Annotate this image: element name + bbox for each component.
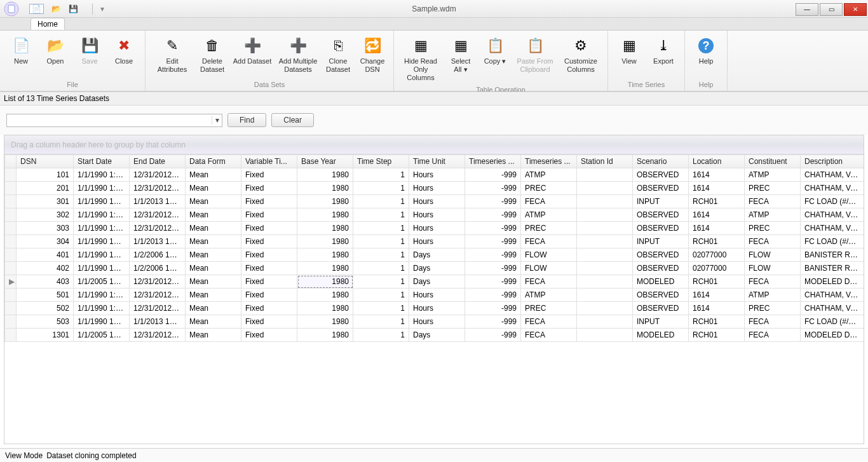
cell-tstep[interactable]: 1	[353, 289, 409, 302]
cell-con[interactable]: FLOW	[745, 262, 801, 275]
cell-vart[interactable]: Fixed	[241, 208, 297, 222]
cell-base[interactable]: 1980	[297, 262, 353, 275]
cell-dsn[interactable]: 302	[17, 208, 74, 222]
cell-dsn[interactable]: 401	[17, 248, 74, 262]
cell-end[interactable]: 1/1/2013 12:0...	[130, 195, 186, 208]
cell-start[interactable]: 1/1/2005 12:0...	[74, 329, 130, 342]
cell-desc[interactable]: CHATHAM, VA ...	[801, 208, 864, 222]
cell-tstep[interactable]: 1	[353, 248, 409, 262]
cell-form[interactable]: Mean	[186, 302, 241, 315]
cell-con[interactable]: FLOW	[745, 248, 801, 262]
qat-open-icon[interactable]: 📂	[51, 4, 61, 13]
cell-scen[interactable]: INPUT	[633, 195, 689, 208]
cell-stn[interactable]	[577, 208, 633, 222]
cell-start[interactable]: 1/1/1990 12:0...	[74, 262, 130, 275]
cell-form[interactable]: Mean	[186, 195, 241, 208]
cell-dsn[interactable]: 304	[17, 235, 74, 248]
cell-scen[interactable]: OBSERVED	[633, 262, 689, 275]
cell-form[interactable]: Mean	[186, 275, 241, 289]
table-row[interactable]: 3021/1/1990 1:00...12/31/2012 1...MeanFi…	[5, 208, 864, 222]
cell-dsn[interactable]: 403	[17, 275, 74, 289]
cell-ts2[interactable]: PREC	[521, 302, 577, 315]
cell-vart[interactable]: Fixed	[241, 329, 297, 342]
clone-dataset-button[interactable]: ⎘CloneDataset	[322, 33, 354, 76]
cell-vart[interactable]: Fixed	[241, 248, 297, 262]
table-row[interactable]: 13011/1/2005 12:0...12/31/2012 1...MeanF…	[5, 329, 864, 342]
table-row[interactable]: 3041/1/1990 12:0...1/1/2013 12:0...MeanF…	[5, 235, 864, 248]
cell-vart[interactable]: Fixed	[241, 222, 297, 235]
cell-start[interactable]: 1/1/1990 12:0...	[74, 235, 130, 248]
cell-loc[interactable]: 1614	[689, 168, 745, 182]
cell-tstep[interactable]: 1	[353, 315, 409, 329]
cell-end[interactable]: 1/1/2013 12:0...	[130, 315, 186, 329]
cell-base[interactable]: 1980	[297, 235, 353, 248]
cell-dsn[interactable]: 502	[17, 302, 74, 315]
close-window-button[interactable]: ✕	[844, 3, 867, 16]
cell-stn[interactable]	[577, 182, 633, 195]
cell-start[interactable]: 1/1/1990 1:00...	[74, 289, 130, 302]
cell-loc[interactable]: 02077000	[689, 262, 745, 275]
cell-scen[interactable]: INPUT	[633, 235, 689, 248]
cell-con[interactable]: FECA	[745, 275, 801, 289]
cell-loc[interactable]: RCH01	[689, 235, 745, 248]
cell-loc[interactable]: 1614	[689, 222, 745, 235]
cell-tunit[interactable]: Hours	[409, 195, 465, 208]
table-row[interactable]: 5021/1/1990 1:00...12/31/2012 1...MeanFi…	[5, 302, 864, 315]
cell-loc[interactable]: RCH01	[689, 275, 745, 289]
cell-ts1[interactable]: -999	[465, 208, 521, 222]
cell-stn[interactable]	[577, 302, 633, 315]
cell-form[interactable]: Mean	[186, 289, 241, 302]
col-header-tstep[interactable]: Time Step	[353, 155, 409, 168]
cell-start[interactable]: 1/1/1990 1:00...	[74, 222, 130, 235]
cell-vart[interactable]: Fixed	[241, 235, 297, 248]
cell-con[interactable]: ATMP	[745, 208, 801, 222]
cell-dsn[interactable]: 201	[17, 182, 74, 195]
table-row[interactable]: ▶4031/1/2005 12:0...12/31/2012 1...MeanF…	[5, 275, 864, 289]
cell-desc[interactable]: BANISTER RIVE...	[801, 262, 864, 275]
cell-ts2[interactable]: FECA	[521, 235, 577, 248]
cell-start[interactable]: 1/1/1990 12:0...	[74, 248, 130, 262]
cell-tstep[interactable]: 1	[353, 208, 409, 222]
cell-ts1[interactable]: -999	[465, 168, 521, 182]
cell-scen[interactable]: OBSERVED	[633, 168, 689, 182]
cell-desc[interactable]: FC LOAD (#/H...	[801, 235, 864, 248]
cell-tstep[interactable]: 1	[353, 275, 409, 289]
cell-start[interactable]: 1/1/1990 12:0...	[74, 315, 130, 329]
cell-ts1[interactable]: -999	[465, 248, 521, 262]
col-header-tunit[interactable]: Time Unit	[409, 155, 465, 168]
cell-tunit[interactable]: Hours	[409, 208, 465, 222]
cell-base[interactable]: 1980	[297, 168, 353, 182]
cell-ts1[interactable]: -999	[465, 262, 521, 275]
cell-vart[interactable]: Fixed	[241, 289, 297, 302]
cell-tunit[interactable]: Hours	[409, 302, 465, 315]
cell-ts1[interactable]: -999	[465, 289, 521, 302]
cell-ts2[interactable]: ATMP	[521, 208, 577, 222]
export-button[interactable]: ⤓Export	[648, 33, 679, 68]
search-input[interactable]	[7, 116, 212, 125]
cell-start[interactable]: 1/1/1990 1:00...	[74, 182, 130, 195]
cell-ts1[interactable]: -999	[465, 329, 521, 342]
search-dropdown-icon[interactable]: ▾	[212, 116, 222, 125]
col-header-desc[interactable]: Description	[801, 155, 864, 168]
cell-form[interactable]: Mean	[186, 235, 241, 248]
cell-stn[interactable]	[577, 262, 633, 275]
cell-end[interactable]: 1/2/2006 12:0...	[130, 248, 186, 262]
qat-new-icon[interactable]: 📄	[29, 4, 44, 14]
qat-more-icon[interactable]: ▾	[100, 4, 104, 13]
cell-con[interactable]: ATMP	[745, 168, 801, 182]
qat-save-icon[interactable]: 💾	[69, 4, 78, 13]
table-row[interactable]: 4021/1/1990 12:0...1/2/2006 12:0...MeanF…	[5, 262, 864, 275]
row-header-corner[interactable]	[5, 155, 17, 168]
cell-base[interactable]: 1980	[297, 275, 353, 289]
delete-dataset-button[interactable]: 🗑DeleteDataset	[196, 33, 228, 76]
add-multiple-button[interactable]: ➕Add MultipleDatasets	[276, 33, 320, 76]
cell-ts1[interactable]: -999	[465, 235, 521, 248]
cell-desc[interactable]: MODELED DAIL...	[801, 275, 864, 289]
cell-desc[interactable]: CHATHAM, VA ...	[801, 289, 864, 302]
cell-form[interactable]: Mean	[186, 168, 241, 182]
cell-scen[interactable]: OBSERVED	[633, 302, 689, 315]
cell-stn[interactable]	[577, 222, 633, 235]
cell-desc[interactable]: FC LOAD (#/H...	[801, 195, 864, 208]
cell-con[interactable]: PREC	[745, 182, 801, 195]
group-by-hint[interactable]: Drag a column header here to group by th…	[4, 135, 864, 154]
